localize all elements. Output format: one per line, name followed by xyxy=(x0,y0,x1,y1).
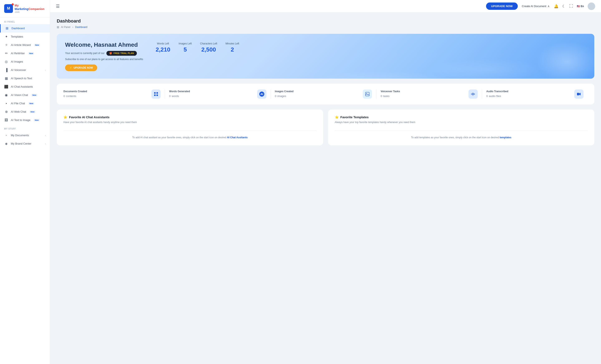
stat-characters-left-value: 2,500 xyxy=(200,46,217,53)
free-trial-badge: 🎁 FREE TRIAL PLAN xyxy=(106,51,137,56)
sidebar-item-ai-file-chat[interactable]: ▪ AI File Chat New xyxy=(0,99,50,108)
sidebar-item-templates-label: Templates xyxy=(11,35,23,38)
ai-article-wizard-badge: New xyxy=(34,44,40,46)
dark-mode-icon[interactable]: ☾ xyxy=(562,4,566,9)
sidebar-item-dashboard-label: Dashboard xyxy=(11,27,25,30)
sidebar-item-ai-images[interactable]: ◎ AI Images xyxy=(0,58,50,66)
create-ai-document-label: Create AI Document xyxy=(522,5,546,8)
favorite-templates-card: ⭐ Favorite Templates Always have your to… xyxy=(328,110,594,145)
ai-speech-to-text-icon: ▦ xyxy=(4,76,8,81)
favorite-sections: ⭐ Favorite AI Chat Assistants Have your … xyxy=(57,110,594,145)
breadcrumb-icon: ⊞ xyxy=(57,25,59,29)
welcome-account-text: Your account is currently part of our 🎁 … xyxy=(65,51,143,56)
favorite-templates-subtitle: Always have your top favorite templates … xyxy=(335,121,588,124)
svg-rect-0 xyxy=(154,92,156,94)
sidebar-item-ai-voiceover[interactable]: ▐ AI Voiceover › xyxy=(0,66,50,74)
sidebar-item-ai-text-to-image[interactable]: 🖼 AI Text to Image New xyxy=(0,116,50,124)
stat-card-words-icon: AI xyxy=(257,90,266,99)
sidebar-item-ai-text-to-image-label: AI Text to Image xyxy=(11,119,30,121)
ai-images-icon: ◎ xyxy=(4,60,8,64)
my-brand-center-chevron: › xyxy=(45,142,46,145)
star-icon-chat: ⭐ xyxy=(63,115,67,119)
sidebar-item-ai-speech-to-text-label: AI Speech to Text xyxy=(11,77,32,80)
notification-icon[interactable]: 🔔 xyxy=(554,4,559,9)
stat-card-images-value: 0 images xyxy=(275,94,360,98)
welcome-upgrade-button[interactable]: ⚡ UPGRADE NOW xyxy=(65,64,97,71)
stat-card-voiceover-info: Voiceover Tasks 0 tasks xyxy=(381,90,465,98)
sidebar: My MarketingCompanion .com AI PANEL ⊞ Da… xyxy=(0,0,50,364)
favorite-chat-assistants-card: ⭐ Favorite AI Chat Assistants Have your … xyxy=(57,110,323,145)
svg-rect-13 xyxy=(577,93,579,95)
svg-point-7 xyxy=(366,93,367,94)
stat-card-audio-value: 0 audio files xyxy=(486,94,571,98)
ai-article-wizard-icon: ✧ xyxy=(4,43,8,47)
svg-rect-10 xyxy=(473,93,473,96)
sidebar-item-ai-web-chat-label: AI Web Chat xyxy=(11,110,26,113)
sidebar-item-ai-speech-to-text[interactable]: ▦ AI Speech to Text xyxy=(0,74,50,83)
sidebar-item-my-brand-center[interactable]: ◈ My Brand Center › xyxy=(0,140,50,148)
stat-card-voiceover-title: Voiceover Tasks xyxy=(381,90,465,93)
ai-chat-assistants-link[interactable]: AI Chat Assitants xyxy=(227,136,248,139)
upgrade-now-button[interactable]: UPGRADE NOW xyxy=(486,2,518,10)
ai-text-to-image-badge: New xyxy=(34,119,40,121)
stat-card-images-icon xyxy=(363,90,372,99)
stat-card-documents-title: Documents Created xyxy=(63,90,148,93)
sidebar-item-ai-images-label: AI Images xyxy=(11,60,23,63)
stat-card-voiceover-value: 0 tasks xyxy=(381,94,465,98)
ai-file-chat-icon: ▪ xyxy=(4,101,8,106)
sidebar-item-dashboard[interactable]: ⊞ Dashboard xyxy=(0,24,50,32)
language-selector[interactable]: 🇺🇸 En xyxy=(577,5,584,8)
my-documents-icon: ▫ xyxy=(4,133,8,137)
header: ☰ UPGRADE NOW Create AI Document ∧ 🔔 ☾ ⛶… xyxy=(50,0,601,12)
sidebar-section-my: MY STUFF xyxy=(0,124,50,131)
ai-vision-chat-icon: ◉ xyxy=(4,93,8,97)
sidebar-item-ai-rewriter[interactable]: ✏ AI ReWriter New xyxy=(0,49,50,58)
stat-images-left-value: 5 xyxy=(179,46,192,53)
stat-words-left-label: Words Left xyxy=(156,42,170,45)
stat-card-words-title: Words Generated xyxy=(169,90,254,93)
welcome-card: Welcome, Hasnaat Ahmed Your account is c… xyxy=(57,34,594,79)
ai-vision-chat-badge: New xyxy=(31,94,37,96)
flag-icon: 🇺🇸 xyxy=(577,5,580,8)
sidebar-item-ai-vision-chat-label: AI Vision Chat xyxy=(11,93,28,97)
page-title: Dashboard xyxy=(57,18,594,24)
svg-rect-3 xyxy=(156,94,158,96)
svg-rect-6 xyxy=(365,92,369,96)
welcome-greeting: Welcome, Hasnaat Ahmed xyxy=(65,41,143,48)
stat-card-images-title: Images Created xyxy=(275,90,360,93)
create-ai-chevron-icon: ∧ xyxy=(548,5,550,8)
stat-card-documents: Documents Created 0 contents xyxy=(63,90,165,99)
svg-text:AI: AI xyxy=(260,92,263,96)
sidebar-item-ai-file-chat-label: AI File Chat xyxy=(11,102,25,105)
sidebar-item-ai-article-wizard-label: AI Article Wizard xyxy=(11,43,31,47)
language-label: En xyxy=(581,5,584,8)
svg-rect-2 xyxy=(154,94,156,96)
sidebar-item-my-brand-center-label: My Brand Center xyxy=(11,142,31,145)
create-ai-document-button[interactable]: Create AI Document ∧ xyxy=(522,5,550,8)
main-area: ☰ UPGRADE NOW Create AI Document ∧ 🔔 ☾ ⛶… xyxy=(50,0,601,364)
stat-images-left: Images Left 5 xyxy=(179,42,192,53)
sidebar-item-my-documents[interactable]: ▫ My Documents › xyxy=(0,131,50,140)
dashboard-icon: ⊞ xyxy=(5,26,9,30)
sidebar-item-templates[interactable]: ✦ Templates xyxy=(0,32,50,41)
breadcrumb-separator: » xyxy=(72,26,73,29)
ai-web-chat-badge: New xyxy=(30,111,35,113)
stat-minutes-left: Minutes Left 2 xyxy=(226,42,239,53)
stat-card-audio-title: Audio Transcribed xyxy=(486,90,571,93)
fullscreen-icon[interactable]: ⛶ xyxy=(569,4,573,8)
sidebar-item-ai-article-wizard[interactable]: ✧ AI Article Wizard New xyxy=(0,41,50,49)
stat-minutes-left-value: 2 xyxy=(226,46,239,53)
header-icons: 🔔 ☾ ⛶ 🇺🇸 En xyxy=(554,2,595,10)
welcome-left-section: Welcome, Hasnaat Ahmed Your account is c… xyxy=(65,41,143,71)
sidebar-item-ai-web-chat[interactable]: ⊕ AI Web Chat New xyxy=(0,108,50,116)
menu-toggle-icon[interactable]: ☰ xyxy=(56,4,60,9)
templates-link[interactable]: templates xyxy=(500,136,511,139)
user-avatar[interactable] xyxy=(588,2,595,10)
sidebar-item-ai-chat-assistants-label: AI Chat Assistants xyxy=(11,85,33,88)
stat-card-audio: Audio Transcribed 0 audio files xyxy=(482,90,588,99)
sidebar-item-ai-chat-assistants[interactable]: ⬛ AI Chat Assistants xyxy=(0,83,50,91)
sidebar-item-ai-vision-chat[interactable]: ◉ AI Vision Chat New xyxy=(0,91,50,99)
stat-card-voiceover-icon xyxy=(469,90,478,99)
stat-card-images: Images Created 0 images xyxy=(271,90,377,99)
usage-stats-cards: Documents Created 0 contents Words Gener… xyxy=(57,84,594,104)
